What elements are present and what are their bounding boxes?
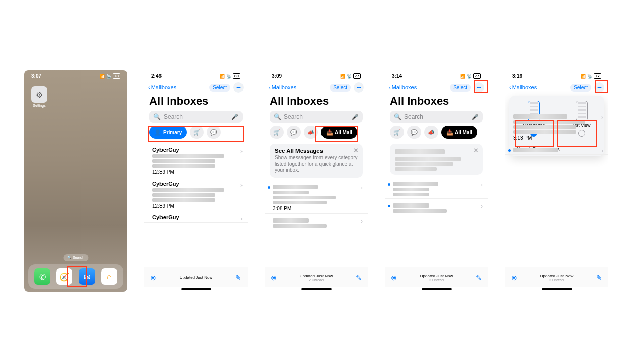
tab-transactions[interactable]: 🛒 <box>190 126 204 139</box>
more-icon[interactable]: ••• <box>354 82 364 93</box>
mail-row[interactable]: CyberGuy›12:39 PM <box>144 144 248 177</box>
wifi-icon <box>226 73 231 79</box>
more-icon[interactable]: ••• <box>594 82 604 93</box>
select-button[interactable]: Select <box>330 84 351 92</box>
compose-icon[interactable]: ✎ <box>596 274 602 282</box>
compose-icon[interactable]: ✎ <box>476 274 482 282</box>
wifi-icon <box>467 73 472 79</box>
page-title: All Inboxes <box>385 95 488 108</box>
battery-icon: 77 <box>594 73 601 79</box>
mic-icon[interactable]: 🎤 <box>472 114 479 120</box>
mic-icon[interactable]: 🎤 <box>231 114 238 120</box>
wifi-icon <box>347 73 352 79</box>
tray-icon: 📥 <box>446 129 453 136</box>
settings-app[interactable]: ⚙ Settings <box>31 86 47 107</box>
search-icon: 🔍 <box>394 113 401 120</box>
nav-bar: ‹ MailboxesSelect••• <box>505 81 608 94</box>
select-button[interactable]: Select <box>209 84 230 92</box>
tab-promotions[interactable]: 📣 <box>424 126 438 139</box>
screenshot-primary: 2:4680 ‹ Mailboxes Select ••• All Inboxe… <box>144 70 248 292</box>
battery-icon: 78 <box>113 73 120 79</box>
status-bar: 3:0977 <box>265 70 368 81</box>
chevron-right-icon: › <box>240 182 243 189</box>
filter-icon[interactable]: ⊜ <box>511 274 517 282</box>
close-icon[interactable]: ✕ <box>353 147 359 154</box>
home-search[interactable]: 🔍 Search <box>63 254 88 261</box>
more-icon[interactable]: ••• <box>474 82 484 93</box>
tab-all-mail[interactable]: 📥All Mail <box>321 126 357 139</box>
chevron-right-icon: › <box>481 181 483 188</box>
tab-promotions[interactable]: 📣 <box>304 126 318 139</box>
mail-app-icon[interactable]: ✉ <box>79 268 95 285</box>
screenshot-home: 3:07 78 ⚙ Settings 🔍 Search ✆ 🧭 ✉ ⌂ <box>24 70 127 292</box>
settings-label: Settings <box>31 104 47 107</box>
home-app-icon[interactable]: ⌂ <box>101 268 117 285</box>
tab-transactions[interactable]: 🛒 <box>390 126 404 139</box>
phone-app-icon[interactable]: ✆ <box>34 268 50 285</box>
home-indicator <box>422 288 452 290</box>
signal-icon <box>460 73 465 79</box>
gear-icon: ⚙ <box>31 86 47 103</box>
chevron-right-icon: › <box>361 184 363 191</box>
chat-icon: 💬 <box>411 129 418 136</box>
mail-row[interactable]: › <box>505 143 608 155</box>
back-button[interactable]: ‹ Mailboxes <box>389 84 417 90</box>
chevron-right-icon: › <box>481 203 483 210</box>
safari-app-icon[interactable]: 🧭 <box>56 268 72 285</box>
back-button[interactable]: ‹ Mailboxes <box>509 84 537 90</box>
tab-updates[interactable]: 💬 <box>287 126 301 139</box>
back-button[interactable]: ‹ Mailboxes <box>269 84 296 90</box>
tab-all-mail[interactable]: 📥All Mail <box>441 126 477 139</box>
screenshot-view-options: 3:1677 ‹ MailboxesSelect••• Categories ✓… <box>505 70 608 292</box>
mail-row[interactable]: ›3:13 PM <box>505 110 608 143</box>
clock: 3:16 <box>512 73 522 79</box>
search-input[interactable]: 🔍Search🎤 <box>149 111 243 123</box>
cart-icon: 🛒 <box>393 129 400 136</box>
status-bar: 2:4680 <box>144 70 248 81</box>
signal-icon <box>581 73 586 79</box>
mail-row[interactable]: CyberGuy›12:39 PM <box>144 177 248 211</box>
filter-icon[interactable]: ⊜ <box>391 274 397 282</box>
close-icon[interactable]: ✕ <box>473 147 479 154</box>
more-icon[interactable]: ••• <box>233 82 244 93</box>
tab-updates[interactable]: 💬 <box>407 126 421 139</box>
chat-icon: 💬 <box>210 129 217 136</box>
search-input[interactable]: 🔍Search🎤 <box>390 111 483 123</box>
card-title: See All Messages <box>275 148 358 154</box>
tab-updates[interactable]: 💬 <box>207 126 221 139</box>
bottom-toolbar: ⊜Updated Just Now3 Unread✎ <box>385 267 488 287</box>
compose-icon[interactable]: ✎ <box>356 274 362 282</box>
chevron-right-icon: › <box>601 114 603 121</box>
person-icon: 👤 <box>154 129 162 136</box>
screenshot-allmail-card: 3:0977 ‹ MailboxesSelect••• All Inboxes … <box>265 70 368 292</box>
status-text: Updated Just Now <box>420 274 453 278</box>
mail-row[interactable]: › <box>385 177 488 199</box>
tab-primary[interactable]: 👤Primary <box>149 126 187 139</box>
mail-row[interactable]: CyberGuy› <box>144 211 248 223</box>
nav-bar: ‹ MailboxesSelect••• <box>265 81 368 94</box>
select-button[interactable]: Select <box>450 84 471 92</box>
status-text: Updated Just Now <box>540 274 573 278</box>
unread-dot-icon <box>388 205 390 207</box>
battery-icon: 80 <box>233 73 240 79</box>
chat-icon: 💬 <box>290 129 297 136</box>
chevron-right-icon: › <box>240 148 243 155</box>
select-button[interactable]: Select <box>570 84 591 92</box>
tab-transactions[interactable]: 🛒 <box>270 126 284 139</box>
mic-icon[interactable]: 🎤 <box>352 114 359 120</box>
mail-row[interactable]: ›3:08 PM <box>265 180 368 214</box>
dock: ✆ 🧭 ✉ ⌂ <box>28 264 123 289</box>
search-input[interactable]: 🔍Search🎤 <box>270 111 363 123</box>
see-all-card: ✕ <box>390 144 483 175</box>
filter-icon[interactable]: ⊜ <box>271 274 277 282</box>
status-bar: 3:1477 <box>385 70 488 81</box>
compose-icon[interactable]: ✎ <box>235 274 242 282</box>
chevron-right-icon: › <box>361 218 363 225</box>
mail-row[interactable]: › <box>265 214 368 230</box>
signal-icon <box>220 73 225 79</box>
mail-row[interactable]: › <box>385 199 488 215</box>
back-button[interactable]: ‹ Mailboxes <box>148 84 176 90</box>
filter-icon[interactable]: ⊜ <box>150 274 156 282</box>
search-icon: 🔍 <box>153 113 161 120</box>
bottom-toolbar: ⊜Updated Just Now2 Unread✎ <box>265 267 368 287</box>
